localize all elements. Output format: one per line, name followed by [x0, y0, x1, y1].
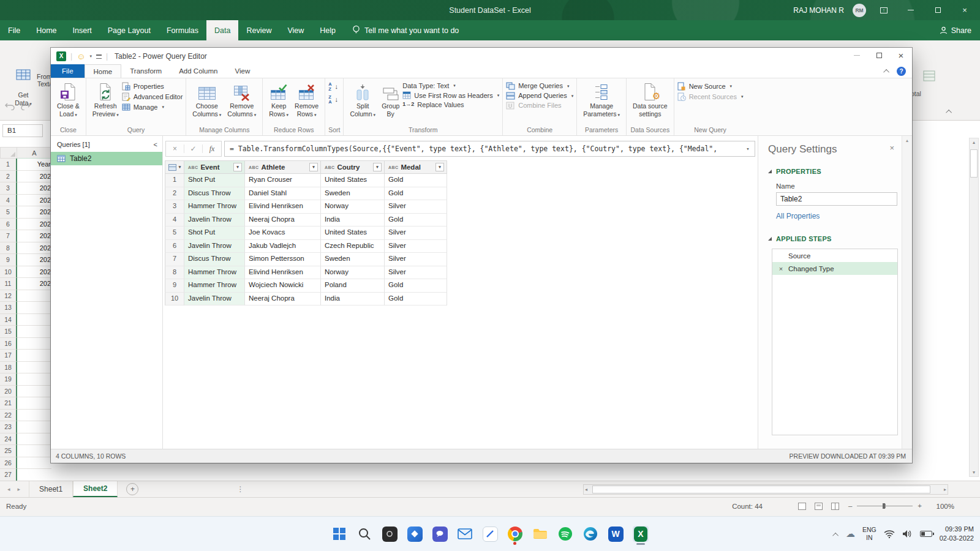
remove-rows-button[interactable]: Remove Rows▾: [292, 80, 322, 118]
cell-athlete[interactable]: Neeraj Chopra: [245, 214, 321, 227]
row-number[interactable]: 4: [165, 214, 184, 227]
file-explorer-button[interactable]: [532, 526, 548, 542]
sheet-next-icon[interactable]: ▸: [18, 486, 21, 492]
undo-redo-buttons[interactable]: [5, 102, 31, 110]
sheet-tab-sheet2[interactable]: Sheet2: [73, 481, 118, 497]
row-number[interactable]: 5: [0, 206, 17, 219]
cell-athlete[interactable]: Daniel Stahl: [245, 187, 321, 201]
filter-icon[interactable]: ▾: [309, 163, 318, 171]
cell-athlete[interactable]: Elivind Henriksen: [245, 200, 321, 214]
account-name[interactable]: RAJ MOHAN R: [793, 6, 844, 15]
mail-button[interactable]: [457, 526, 473, 542]
grid-corner-cell[interactable]: ▾: [165, 160, 184, 174]
cell-athlete[interactable]: Elivind Henriksen: [245, 266, 321, 280]
cell-a[interactable]: [17, 373, 51, 386]
page-break-view-icon[interactable]: [831, 503, 839, 510]
row-number[interactable]: 1: [0, 159, 17, 171]
scroll-up-icon[interactable]: ▴: [973, 140, 975, 145]
tab-page-layout[interactable]: Page Layout: [100, 20, 159, 40]
excel-close-button[interactable]: ×: [956, 0, 974, 20]
cell-medal[interactable]: Gold: [385, 293, 447, 306]
filter-icon[interactable]: ▾: [435, 163, 444, 171]
row-number[interactable]: 20: [0, 386, 17, 398]
cell-a[interactable]: 202: [17, 219, 51, 231]
query-settings-close-icon[interactable]: ×: [889, 143, 894, 152]
tab-help[interactable]: Help: [312, 20, 344, 40]
normal-view-icon[interactable]: [798, 503, 806, 510]
row-number[interactable]: 10: [165, 293, 184, 306]
cell-athlete[interactable]: Wojciech Nowicki: [245, 279, 321, 293]
row-number[interactable]: 25: [0, 445, 17, 457]
cell-a[interactable]: 202: [17, 230, 51, 242]
pq-close-button[interactable]: ×: [890, 48, 912, 63]
split-column-button[interactable]: Split Column▾: [347, 80, 379, 118]
new-sheet-button[interactable]: +: [126, 483, 138, 495]
applied-steps-expander-icon[interactable]: [768, 237, 772, 241]
tab-home[interactable]: Home: [28, 20, 64, 40]
cell-a[interactable]: 202: [17, 242, 51, 255]
cell-athlete[interactable]: Neeraj Chopra: [245, 293, 321, 306]
row-number[interactable]: 3: [165, 200, 184, 214]
zoom-level[interactable]: 100%: [937, 503, 954, 510]
zoom-thumb[interactable]: [883, 503, 885, 509]
onedrive-cloud-icon[interactable]: ☁: [846, 528, 855, 539]
row-number[interactable]: 24: [0, 433, 17, 446]
sheet-nav[interactable]: ◂ ▸: [0, 481, 29, 497]
pq-tab-view[interactable]: View: [227, 64, 259, 78]
cell-a[interactable]: [17, 421, 51, 433]
row-number[interactable]: 27: [0, 469, 17, 481]
row-number[interactable]: 8: [165, 266, 184, 280]
word-button[interactable]: W: [608, 526, 624, 542]
cell-a[interactable]: [17, 433, 51, 446]
cell-medal[interactable]: Gold: [385, 187, 447, 201]
cell-a[interactable]: [17, 338, 51, 350]
cell-a[interactable]: [17, 469, 51, 481]
wifi-icon[interactable]: [884, 530, 895, 538]
cell-event[interactable]: Javelin Throw: [184, 214, 245, 227]
volume-icon[interactable]: [902, 530, 913, 538]
group-by-button[interactable]: Group By: [379, 80, 402, 118]
column-header-a[interactable]: A: [17, 147, 51, 159]
get-data-button[interactable]: Get Data▾: [10, 60, 37, 107]
row-number[interactable]: 13: [0, 302, 17, 314]
cell-a[interactable]: 202: [17, 278, 51, 290]
cell-medal[interactable]: Silver: [385, 240, 447, 253]
row-number[interactable]: 2: [0, 171, 17, 183]
cell-event[interactable]: Hammer Throw: [184, 200, 245, 214]
applied-step-source[interactable]: Source: [772, 249, 897, 262]
row-number[interactable]: 11: [0, 278, 17, 290]
pq-tab-transform[interactable]: Transform: [121, 64, 170, 78]
all-properties-link[interactable]: All Properties: [776, 212, 893, 220]
taskbar-clock[interactable]: 09:39 PM 02-03-2022: [940, 525, 974, 543]
horizontal-scrollbar[interactable]: ◂ ▸: [583, 484, 948, 495]
from-text-button[interactable]: From Text/: [37, 65, 51, 89]
cell-event[interactable]: Discus Throw: [184, 253, 245, 266]
formula-expand-icon[interactable]: ▾: [742, 142, 754, 156]
cell-a[interactable]: [17, 386, 51, 398]
row-number[interactable]: 15: [0, 326, 17, 338]
tell-me-box[interactable]: Tell me what you want to do: [352, 20, 459, 40]
pq-collapse-ribbon-icon[interactable]: [883, 69, 889, 75]
row-number[interactable]: 6: [165, 240, 184, 253]
sort-ascending-button[interactable]: AZ ↓: [328, 82, 338, 91]
share-button[interactable]: Share: [940, 20, 971, 40]
cell-a[interactable]: [17, 302, 51, 314]
manage-button[interactable]: Manage▾: [122, 103, 183, 111]
tab-splitter[interactable]: ⋮: [236, 481, 244, 497]
hscroll-right-icon[interactable]: ▸: [944, 487, 946, 492]
row-number[interactable]: 6: [0, 219, 17, 231]
row-number[interactable]: 23: [0, 421, 17, 433]
row-number[interactable]: 7: [0, 230, 17, 242]
search-button[interactable]: [356, 526, 372, 542]
applied-step-changed-type[interactable]: × Changed Type: [772, 262, 897, 275]
cell-medal[interactable]: Gold: [385, 174, 447, 187]
properties-expander-icon[interactable]: [768, 170, 772, 173]
cell-event[interactable]: Shot Put: [184, 174, 245, 187]
column-header-medal[interactable]: ABCMedal▾: [385, 160, 447, 174]
row-number[interactable]: 16: [0, 338, 17, 350]
cell-medal[interactable]: Silver: [385, 200, 447, 214]
cell-a[interactable]: [17, 362, 51, 374]
query-item-table2[interactable]: Table2: [51, 152, 162, 165]
row-number[interactable]: 3: [0, 182, 17, 195]
horizontal-scroll-thumb[interactable]: [592, 485, 930, 493]
